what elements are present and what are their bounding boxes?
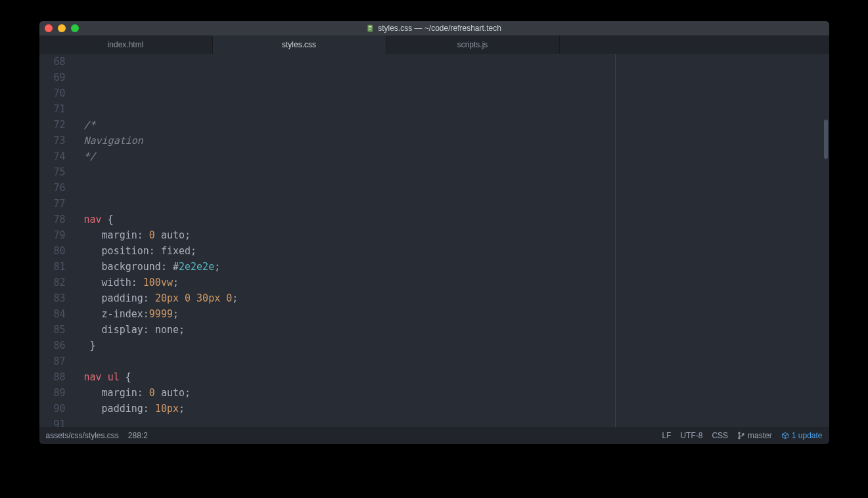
status-language[interactable]: CSS <box>712 431 728 440</box>
code-line[interactable]: margin: 0 auto; <box>84 227 829 243</box>
minimize-button[interactable] <box>58 24 66 32</box>
line-number[interactable]: 71 <box>39 101 66 117</box>
git-branch-icon <box>737 432 745 440</box>
line-number[interactable]: 85 <box>39 322 66 338</box>
status-left: assets/css/styles.css 288:2 <box>46 431 148 440</box>
line-number[interactable]: 69 <box>39 70 66 85</box>
line-number[interactable]: 86 <box>39 338 66 353</box>
code-line[interactable]: width: 100vw; <box>84 275 829 290</box>
code-line[interactable]: position: fixed; <box>84 243 829 259</box>
code-line[interactable] <box>84 353 829 369</box>
line-number[interactable]: 90 <box>39 401 66 417</box>
code-line[interactable] <box>84 196 829 212</box>
line-number[interactable]: 84 <box>39 306 66 322</box>
titlebar[interactable]: styles.css — ~/code/refreshart.tech <box>39 21 829 35</box>
editor-window: styles.css — ~/code/refreshart.tech inde… <box>39 21 829 444</box>
updates-text: 1 update <box>792 431 823 440</box>
tab-bar: index.html styles.css scripts.js <box>39 35 829 54</box>
line-number[interactable]: 73 <box>39 133 66 148</box>
file-icon <box>367 24 375 32</box>
code-line[interactable] <box>84 164 829 180</box>
svg-rect-1 <box>369 26 372 27</box>
status-encoding[interactable]: UTF-8 <box>680 431 702 440</box>
line-number[interactable]: 78 <box>39 212 66 227</box>
line-number[interactable]: 68 <box>39 54 66 70</box>
line-number[interactable]: 72 <box>39 117 66 133</box>
line-number[interactable]: 79 <box>39 227 66 243</box>
code-line[interactable] <box>84 180 829 196</box>
line-number[interactable]: 88 <box>39 369 66 385</box>
code-line[interactable]: padding: 20px 0 30px 0; <box>84 290 829 306</box>
scrollbar-thumb[interactable] <box>824 120 828 159</box>
code-line[interactable]: /* <box>84 117 829 133</box>
code-content[interactable]: /*Navigation*/nav { margin: 0 auto; posi… <box>71 54 829 427</box>
code-line[interactable]: background: #2e2e2e; <box>84 259 829 275</box>
code-line[interactable]: padding: 10px; <box>84 401 829 417</box>
tab-index-html[interactable]: index.html <box>39 35 213 54</box>
line-number[interactable]: 74 <box>39 148 66 164</box>
svg-rect-3 <box>369 30 371 30</box>
code-line[interactable]: z-index:9999; <box>84 306 829 322</box>
line-number[interactable]: 77 <box>39 196 66 212</box>
tab-label: index.html <box>108 40 144 49</box>
editor-area[interactable]: 6869707172737475767778798081828384858687… <box>39 54 829 427</box>
line-number[interactable]: 87 <box>39 353 66 369</box>
status-bar: assets/css/styles.css 288:2 LF UTF-8 CSS… <box>39 427 829 444</box>
branch-name: master <box>748 431 772 440</box>
line-number[interactable]: 89 <box>39 385 66 401</box>
code-line[interactable]: margin: 0 auto; <box>84 385 829 401</box>
close-button[interactable] <box>45 24 53 32</box>
status-path[interactable]: assets/css/styles.css <box>46 431 119 440</box>
tab-label: scripts.js <box>457 40 488 49</box>
line-number[interactable]: 81 <box>39 259 66 275</box>
line-number-gutter[interactable]: 6869707172737475767778798081828384858687… <box>39 54 71 427</box>
svg-point-5 <box>739 438 740 439</box>
tab-scripts-js[interactable]: scripts.js <box>386 35 560 54</box>
code-line[interactable] <box>84 101 829 117</box>
svg-point-6 <box>742 434 744 435</box>
traffic-lights <box>45 24 79 32</box>
line-number[interactable]: 82 <box>39 275 66 290</box>
status-branch[interactable]: master <box>737 431 772 440</box>
wrap-guide <box>615 54 616 427</box>
status-right: LF UTF-8 CSS master 1 update <box>662 431 822 440</box>
status-eol[interactable]: LF <box>662 431 671 440</box>
maximize-button[interactable] <box>71 24 79 32</box>
code-line[interactable] <box>84 417 829 427</box>
line-number[interactable]: 70 <box>39 85 66 101</box>
code-line[interactable]: display: none; <box>84 322 829 338</box>
package-icon <box>781 432 789 440</box>
code-line[interactable]: */ <box>84 148 829 164</box>
code-line[interactable]: } <box>84 338 829 353</box>
line-number[interactable]: 80 <box>39 243 66 259</box>
tab-styles-css[interactable]: styles.css <box>213 35 386 54</box>
line-number[interactable]: 76 <box>39 180 66 196</box>
svg-rect-2 <box>369 28 372 28</box>
line-number[interactable]: 91 <box>39 417 66 427</box>
code-line[interactable]: nav { <box>84 212 829 227</box>
svg-rect-0 <box>368 25 373 32</box>
status-cursor[interactable]: 288:2 <box>128 431 148 440</box>
svg-point-4 <box>739 432 740 434</box>
tab-label: styles.css <box>282 40 316 49</box>
window-title-text: styles.css — ~/code/refreshart.tech <box>378 24 501 33</box>
code-line[interactable]: Navigation <box>84 133 829 148</box>
window-title: styles.css — ~/code/refreshart.tech <box>39 24 829 33</box>
status-updates[interactable]: 1 update <box>781 431 823 440</box>
line-number[interactable]: 75 <box>39 164 66 180</box>
code-line[interactable]: nav ul { <box>84 369 829 385</box>
line-number[interactable]: 83 <box>39 290 66 306</box>
